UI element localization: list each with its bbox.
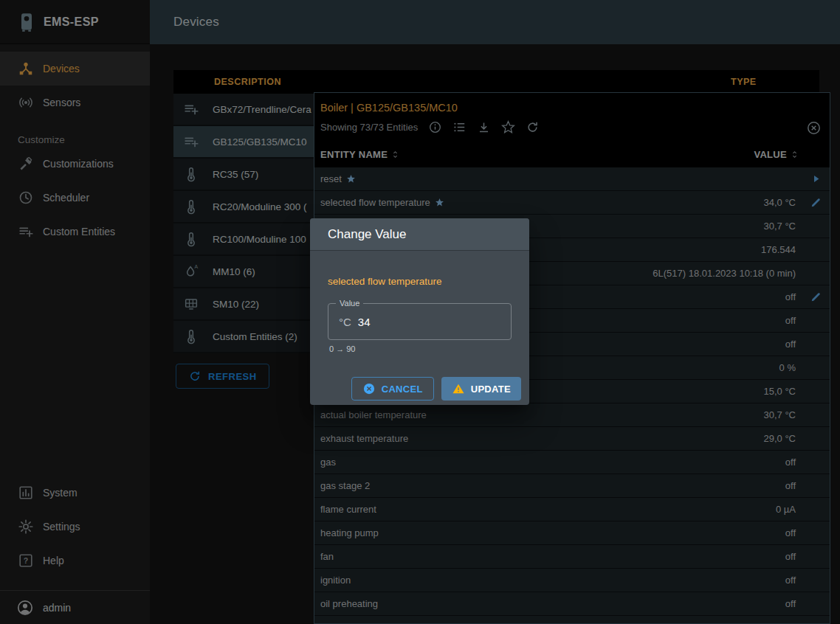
dialog-entity-name: selected flow temperature <box>328 276 512 287</box>
dialog-body: selected flow temperature Value °C 34 0 … <box>310 251 529 353</box>
warning-triangle-icon <box>452 382 465 395</box>
cancel-circle-icon <box>362 382 376 395</box>
value-field-label: Value <box>336 299 363 308</box>
change-value-dialog: Change Value selected flow temperature V… <box>310 218 529 405</box>
unit-adornment: °C <box>339 316 351 328</box>
value-input[interactable]: Value °C 34 <box>328 303 512 340</box>
cancel-button[interactable]: CANCEL <box>351 377 434 401</box>
update-label: UPDATE <box>471 384 511 395</box>
app-root: EMS-ESP DevicesSensors Customize Customi… <box>0 0 840 624</box>
dialog-actions: CANCEL UPDATE <box>310 353 529 405</box>
update-button[interactable]: UPDATE <box>441 377 521 401</box>
value-field-text: 34 <box>358 316 371 328</box>
value-range-helper: 0 → 90 <box>329 344 512 353</box>
cancel-label: CANCEL <box>382 384 423 395</box>
dialog-title: Change Value <box>310 218 529 251</box>
